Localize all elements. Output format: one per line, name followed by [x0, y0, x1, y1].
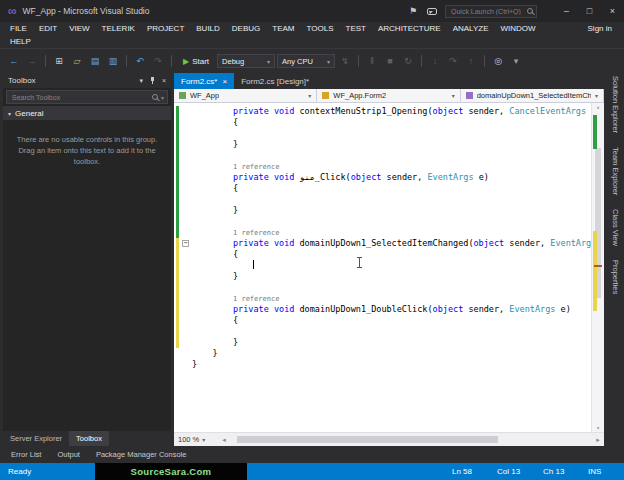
menu-item-file[interactable]: FILE [4, 24, 33, 33]
platform-combo[interactable]: Any CPU▾ [277, 54, 335, 68]
navbar-class-dropdown[interactable]: WF_App.Form2▾ [317, 89, 460, 102]
restart-icon[interactable]: ↻ [400, 56, 416, 66]
code-line[interactable] [174, 150, 591, 161]
menu-item-telerik[interactable]: TELERIK [96, 24, 141, 33]
vertical-scrollbar[interactable]: ▴ ▾ [591, 103, 604, 432]
code-line[interactable] [174, 216, 591, 227]
step-into-icon[interactable]: ↓ [427, 56, 443, 66]
code-line[interactable] [174, 260, 591, 271]
sign-in-button[interactable]: Sign in [588, 24, 612, 33]
toolbox-empty-hint[interactable]: There are no usable controls in this gro… [3, 120, 171, 431]
code-line[interactable]: − private void domainUpDown1_SelectedIte… [174, 238, 591, 249]
notifications-flag-icon[interactable]: ⚑ [409, 6, 417, 16]
code-line[interactable] [174, 326, 591, 337]
window-position-icon[interactable]: ▾ [139, 77, 143, 85]
redo-icon[interactable]: ↷ [150, 56, 166, 66]
menu-item-test[interactable]: TEST [340, 24, 372, 33]
menu-item-window[interactable]: WINDOW [495, 24, 542, 33]
code-line[interactable]: } [174, 271, 591, 282]
vertical-tab-class-view[interactable]: Class View [611, 209, 620, 246]
toolbar-overflow-icon[interactable]: ▾ [508, 56, 524, 66]
vertical-tab-solution-explorer[interactable]: Solution Explorer [611, 76, 620, 133]
code-line[interactable]: { [174, 249, 591, 260]
menu-item-build[interactable]: BUILD [190, 24, 226, 33]
tool-tab-package-manager-console[interactable]: Package Manager Console [89, 450, 193, 459]
scroll-down-icon[interactable]: ▾ [592, 424, 604, 432]
code-line[interactable]: } [174, 205, 591, 216]
collapse-icon[interactable]: − [182, 240, 189, 247]
save-all-icon[interactable]: ▥ [105, 56, 121, 66]
open-file-icon[interactable]: ▱ [69, 56, 85, 66]
step-out-icon[interactable]: ↑ [463, 56, 479, 66]
toolbox-search-input[interactable] [10, 93, 149, 102]
tab-close-icon[interactable]: × [222, 77, 227, 86]
code-line[interactable]: { [174, 315, 591, 326]
menu-item-analyze[interactable]: ANALYZE [447, 24, 495, 33]
codelens-line[interactable]: 1 reference [174, 161, 591, 172]
horizontal-scroll-thumb[interactable] [237, 436, 498, 443]
vertical-tab-properties[interactable]: Properties [611, 260, 620, 294]
step-over-icon[interactable]: ↷ [445, 56, 461, 66]
menu-item-edit[interactable]: EDIT [33, 24, 63, 33]
toolbox-search-box[interactable]: ▾ [6, 90, 168, 104]
code-line[interactable] [174, 282, 591, 293]
codelens-references[interactable]: 1 reference [233, 229, 279, 237]
pin-icon[interactable] [149, 77, 156, 85]
codelens-references[interactable]: 1 reference [233, 163, 279, 171]
break-all-icon[interactable]: ‖ [364, 56, 380, 66]
document-tab[interactable]: Form2.cs*× [174, 73, 234, 89]
minimize-button[interactable]: – [555, 6, 578, 16]
save-icon[interactable]: ▤ [87, 56, 103, 66]
toolbox-close-icon[interactable]: × [162, 77, 166, 84]
horizontal-scrollbar[interactable]: ◂ ▸ [218, 433, 604, 446]
stop-icon[interactable]: ■ [382, 56, 398, 66]
scroll-right-icon[interactable]: ▸ [592, 436, 604, 444]
scroll-left-icon[interactable]: ◂ [218, 436, 230, 444]
menu-item-architecture[interactable]: ARCHITECTURE [372, 24, 447, 33]
tool-tab-server-explorer[interactable]: Server Explorer [3, 431, 69, 446]
navbar-project-dropdown[interactable]: WF_App▾ [174, 89, 317, 102]
vertical-tab-team-explorer[interactable]: Team Explorer [611, 147, 620, 195]
attach-icon[interactable]: ↯ [337, 56, 353, 66]
new-project-icon[interactable]: ⊞ [51, 56, 67, 66]
code-line[interactable]: } [174, 337, 591, 348]
code-line[interactable]: { [174, 183, 591, 194]
zoom-control[interactable]: 100 % ▾ [174, 435, 218, 444]
start-button[interactable]: ▶Start [177, 57, 215, 66]
code-line[interactable]: } [174, 139, 591, 150]
menu-item-project[interactable]: PROJECT [141, 24, 190, 33]
tool-tab-toolbox[interactable]: Toolbox [69, 431, 109, 446]
chevron-down-icon[interactable]: ▾ [161, 94, 164, 101]
code-line[interactable]: { [174, 117, 591, 128]
maximize-button[interactable]: □ [578, 6, 601, 16]
codelens-line[interactable]: 1 reference [174, 293, 591, 304]
toolbox-header[interactable]: Toolbox ▾ × [3, 73, 171, 88]
close-button[interactable]: × [601, 6, 624, 16]
code-editor[interactable]: private void contextMenuStrip1_Opening(o… [174, 103, 604, 432]
toolbox-group-general[interactable]: ▾ General [3, 106, 171, 120]
menu-item-tools[interactable]: TOOLS [301, 24, 340, 33]
nav-back-icon[interactable]: ← [6, 56, 22, 66]
undo-icon[interactable]: ↶ [132, 56, 148, 66]
code-line[interactable]: private void domainUpDown1_DoubleClick(o… [174, 304, 591, 315]
code-line[interactable] [174, 128, 591, 139]
menu-item-help[interactable]: HELP [4, 37, 37, 46]
code-line[interactable]: private void منو_Click(object sender, Ev… [174, 172, 591, 183]
scroll-up-icon[interactable]: ▴ [592, 103, 604, 111]
tool-tab-error-list[interactable]: Error List [4, 450, 48, 459]
codelens-references[interactable]: 1 reference [233, 295, 279, 303]
code-line[interactable] [174, 194, 591, 205]
tool-tab-output[interactable]: Output [50, 450, 87, 459]
navbar-member-dropdown[interactable]: domainUpDown1_SelectedItemChanged▾ [461, 89, 604, 102]
code-line[interactable]: private void contextMenuStrip1_Opening(o… [174, 106, 591, 117]
menu-item-team[interactable]: TEAM [266, 24, 300, 33]
quick-launch-input[interactable] [449, 7, 527, 16]
feedback-icon[interactable] [427, 8, 437, 15]
find-icon[interactable]: ◎ [490, 56, 506, 66]
code-line[interactable]: } [174, 348, 591, 359]
configuration-combo[interactable]: Debug▾ [217, 54, 275, 68]
horizontal-scroll-track[interactable] [230, 433, 592, 446]
menu-item-debug[interactable]: DEBUG [226, 24, 266, 33]
menu-item-view[interactable]: VIEW [63, 24, 95, 33]
code-line[interactable]: } [174, 359, 591, 370]
